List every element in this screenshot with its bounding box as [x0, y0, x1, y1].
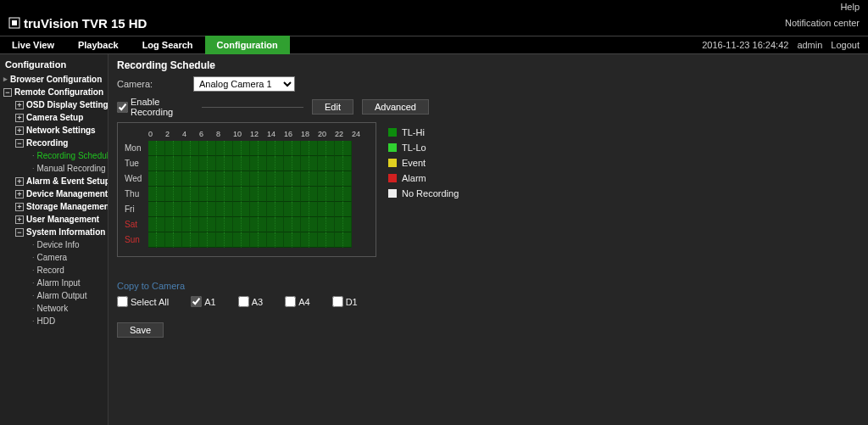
schedule-cell[interactable]: [225, 156, 233, 171]
legend-tllo[interactable]: TL-Lo: [388, 143, 459, 153]
schedule-cell[interactable]: [267, 202, 275, 217]
schedule-cell[interactable]: [208, 171, 216, 187]
channel-a1-toggle[interactable]: A1: [191, 296, 215, 307]
schedule-cell[interactable]: [326, 202, 335, 217]
schedule-cell[interactable]: [335, 217, 343, 232]
schedule-cell[interactable]: [182, 156, 191, 171]
schedule-cell[interactable]: [284, 171, 292, 187]
schedule-cell[interactable]: [208, 156, 216, 171]
copy-to-camera-link[interactable]: Copy to Camera: [117, 281, 860, 291]
schedule-cell[interactable]: [284, 217, 292, 232]
schedule-cell[interactable]: [318, 141, 326, 156]
schedule-cell[interactable]: [335, 202, 343, 217]
sidebar-item-recording[interactable]: −Recording: [12, 137, 108, 149]
channel-d1-checkbox[interactable]: [332, 296, 343, 307]
sidebar-item-alarm-input[interactable]: ·Alarm Input: [24, 277, 108, 289]
schedule-cell[interactable]: [182, 217, 191, 232]
schedule-cell[interactable]: [182, 187, 191, 202]
schedule-cell[interactable]: [191, 202, 199, 217]
select-all-checkbox[interactable]: [117, 296, 128, 307]
schedule-cell[interactable]: [157, 141, 165, 156]
schedule-cell[interactable]: [318, 171, 326, 187]
sidebar-item-alarm-event[interactable]: +Alarm & Event Setup: [12, 175, 108, 187]
nav-configuration[interactable]: Configuration: [205, 36, 290, 54]
schedule-cell[interactable]: [225, 202, 233, 217]
schedule-cell[interactable]: [199, 217, 208, 232]
channel-a3-toggle[interactable]: A3: [238, 296, 263, 307]
schedule-cell[interactable]: [309, 187, 318, 202]
schedule-cell[interactable]: [233, 156, 242, 171]
legend-event[interactable]: Event: [388, 158, 459, 168]
schedule-cell[interactable]: [157, 217, 165, 232]
schedule-cell[interactable]: [326, 171, 335, 187]
edit-button[interactable]: Edit: [312, 99, 353, 115]
schedule-cell[interactable]: [148, 217, 157, 232]
help-link[interactable]: Help: [840, 2, 860, 12]
schedule-grid[interactable]: [148, 141, 352, 248]
schedule-cell[interactable]: [275, 171, 284, 187]
schedule-cell[interactable]: [148, 156, 157, 171]
schedule-cell[interactable]: [292, 187, 301, 202]
schedule-cell[interactable]: [225, 171, 233, 187]
schedule-cell[interactable]: [292, 141, 301, 156]
schedule-cell[interactable]: [335, 232, 343, 248]
legend-alarm[interactable]: Alarm: [388, 173, 459, 183]
schedule-cell[interactable]: [326, 187, 335, 202]
schedule-cell[interactable]: [250, 171, 259, 187]
schedule-cell[interactable]: [267, 217, 275, 232]
schedule-cell[interactable]: [259, 202, 267, 217]
schedule-cell[interactable]: [259, 141, 267, 156]
schedule-cell[interactable]: [301, 187, 309, 202]
schedule-cell[interactable]: [225, 217, 233, 232]
schedule-cell[interactable]: [174, 187, 182, 202]
schedule-cell[interactable]: [225, 232, 233, 248]
sidebar-item-storage-management[interactable]: +Storage Management: [12, 200, 108, 213]
camera-select[interactable]: Analog Camera 1: [193, 76, 295, 92]
schedule-cell[interactable]: [326, 217, 335, 232]
schedule-cell[interactable]: [267, 171, 275, 187]
schedule-cell[interactable]: [301, 232, 309, 248]
schedule-cell[interactable]: [259, 187, 267, 202]
schedule-cell[interactable]: [250, 232, 259, 248]
schedule-cell[interactable]: [335, 141, 343, 156]
schedule-cell[interactable]: [208, 202, 216, 217]
schedule-cell[interactable]: [216, 202, 225, 217]
schedule-cell[interactable]: [174, 171, 182, 187]
sidebar-item-device-management[interactable]: +Device Management: [12, 187, 108, 200]
schedule-cell[interactable]: [157, 232, 165, 248]
schedule-cell[interactable]: [275, 232, 284, 248]
schedule-cell[interactable]: [301, 202, 309, 217]
channel-a1-checkbox[interactable]: [191, 296, 202, 307]
sidebar-item-camera-setup[interactable]: +Camera Setup: [12, 111, 108, 124]
schedule-cell[interactable]: [165, 232, 174, 248]
schedule-cell[interactable]: [208, 187, 216, 202]
schedule-cell[interactable]: [343, 171, 352, 187]
schedule-cell[interactable]: [343, 217, 352, 232]
schedule-cell[interactable]: [275, 202, 284, 217]
schedule-cell[interactable]: [174, 202, 182, 217]
sidebar-item-browser-config[interactable]: ▸ Browser Configuration: [0, 73, 108, 86]
schedule-cell[interactable]: [284, 187, 292, 202]
nav-playback[interactable]: Playback: [66, 36, 131, 54]
advanced-button[interactable]: Advanced: [362, 99, 429, 115]
schedule-cell[interactable]: [309, 202, 318, 217]
schedule-cell[interactable]: [275, 217, 284, 232]
schedule-cell[interactable]: [165, 141, 174, 156]
schedule-cell[interactable]: [174, 156, 182, 171]
schedule-cell[interactable]: [199, 141, 208, 156]
schedule-cell[interactable]: [326, 232, 335, 248]
sidebar-item-manual-recording[interactable]: ·Manual Recording: [24, 162, 108, 175]
schedule-cell[interactable]: [157, 156, 165, 171]
schedule-cell[interactable]: [292, 171, 301, 187]
schedule-cell[interactable]: [267, 232, 275, 248]
schedule-cell[interactable]: [250, 217, 259, 232]
schedule-cell[interactable]: [233, 171, 242, 187]
schedule-cell[interactable]: [267, 141, 275, 156]
schedule-cell[interactable]: [309, 156, 318, 171]
schedule-cell[interactable]: [267, 156, 275, 171]
schedule-cell[interactable]: [343, 232, 352, 248]
schedule-cell[interactable]: [292, 202, 301, 217]
sidebar-item-osd[interactable]: +OSD Display Settings: [12, 98, 108, 111]
schedule-cell[interactable]: [165, 156, 174, 171]
schedule-cell[interactable]: [250, 202, 259, 217]
